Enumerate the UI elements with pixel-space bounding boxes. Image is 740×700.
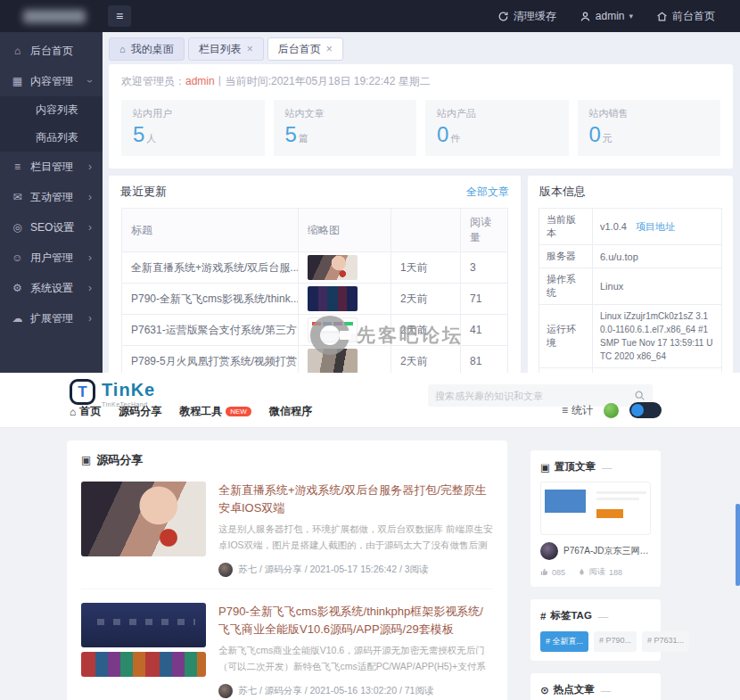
stats-link[interactable]: ≡ 统计: [562, 403, 593, 418]
sidebar-item-seo[interactable]: ◎ SEO设置 ›: [0, 212, 103, 243]
article-thumbnail[interactable]: [308, 286, 358, 311]
user-menu[interactable]: admin ▾: [580, 10, 633, 22]
widget-title: 热点文章: [554, 683, 595, 696]
nav-label: 源码分享: [119, 404, 161, 419]
tab-column-list[interactable]: 栏目列表 ×: [188, 37, 264, 61]
sidebar-submenu: 内容列表 商品列表: [0, 96, 103, 152]
stat-value: 5篇: [285, 122, 406, 147]
chevron-down-icon: ›: [84, 79, 96, 83]
admin-right-column: 版本信息 当前版本 v1.0.4项目地址 服务器 6.u/u.top 操作系统 …: [528, 176, 733, 373]
tag-pill[interactable]: # 全新直...: [540, 631, 588, 652]
article-meta-text: 苏七 / 源码分享 / 2021-05-17 15:26:42 / 3阅读: [238, 564, 429, 576]
frog-icon[interactable]: [604, 403, 619, 418]
nav-label: 首页: [79, 404, 101, 419]
sidebar-subitem-goods-list[interactable]: 商品列表: [0, 124, 103, 152]
article-title-cell[interactable]: P7631-运营版聚合支付系统/第三方...: [122, 315, 299, 346]
list-icon: ≡: [562, 404, 568, 416]
project-link[interactable]: 项目地址: [636, 221, 675, 232]
sidebar-item-system[interactable]: ⚙ 系统设置 ›: [0, 273, 103, 303]
home-icon: [656, 11, 668, 22]
nav-item-home[interactable]: ⌂ 首页: [70, 404, 101, 419]
article-title-cell[interactable]: P790-全新飞飞cms影视系统/think...: [122, 284, 299, 315]
nav-item-tutorial-tools[interactable]: 教程工具 NEW: [179, 404, 251, 419]
site-nav: ⌂ 首页 源码分享 教程工具 NEW 微信程序: [70, 404, 312, 419]
stat-label: 站内产品: [437, 107, 557, 120]
stats-label: 统计: [571, 403, 593, 418]
welcome-prefix: 欢迎管理员：: [121, 75, 185, 87]
tag-pill[interactable]: # P790...: [594, 631, 637, 652]
stat-card-sales: 站内销售 0元: [578, 100, 721, 156]
scrollbar-thumb[interactable]: [736, 504, 740, 586]
article-title[interactable]: P790-全新飞飞cms影视系统/thinkphp框架影视系统/飞飞商业全能版V…: [218, 603, 493, 638]
article-thumbnail[interactable]: [308, 349, 358, 373]
version-value: Linux: [593, 268, 722, 305]
top-article-title[interactable]: P767A-JD京东三网话费直充系...: [563, 545, 651, 557]
sidebar-subitem-content-list[interactable]: 内容列表: [0, 96, 103, 124]
admin-body: ⌂ 后台首页 ▦ 内容管理 › 内容列表 商品列表 ≡: [0, 32, 740, 373]
version-table: 当前版本 v1.0.4项目地址 服务器 6.u/u.top 操作系统 Linux…: [539, 208, 722, 373]
article-thumbnail[interactable]: [308, 317, 358, 342]
home-icon: ⌂: [11, 45, 24, 57]
hash-icon: #: [540, 611, 546, 622]
sidebar-item-label: 扩展管理: [30, 311, 88, 326]
sidebar-item-dashboard[interactable]: ⌂ 后台首页: [0, 36, 103, 66]
chevron-right-icon: ›: [88, 191, 92, 203]
article-title[interactable]: 全新直播系统+游戏系统/双后台服务器打包/完整原生安卓IOS双端: [218, 482, 493, 516]
tab-admin-home[interactable]: 后台首页 ×: [267, 37, 343, 61]
sidebar-item-content[interactable]: ▦ 内容管理 ›: [0, 66, 103, 96]
section-icon: ▣: [81, 454, 91, 466]
all-articles-link[interactable]: 全部文章: [466, 185, 509, 200]
article-thumbnail[interactable]: [81, 603, 206, 647]
clear-cache-button[interactable]: 清理缓存: [497, 9, 556, 24]
admin-header-actions: 清理缓存 admin ▾ 前台首页: [497, 9, 715, 24]
top-article-thumbnail[interactable]: [540, 482, 651, 535]
stat-label: 站内用户: [133, 107, 253, 120]
version-label: 当前版本: [539, 209, 593, 245]
recent-updates-panel: 最近更新 全部文章 标题 缩略图 阅读量: [109, 176, 521, 373]
table-row: P790-全新飞飞cms影视系统/think... 2天前 71: [122, 284, 508, 315]
search-input[interactable]: [435, 391, 634, 401]
column-header-thumb: 缩略图: [299, 209, 391, 252]
nav-item-wechat-app[interactable]: 微信程序: [269, 404, 312, 419]
sidebar-item-label: 栏目管理: [30, 160, 88, 175]
sidebar-item-label: 系统设置: [30, 281, 88, 296]
sidebar-item-extension[interactable]: ☁ 扩展管理 ›: [0, 303, 103, 334]
column-header-title: 标题: [122, 209, 299, 252]
tab-my-desktop[interactable]: ⌂ 我的桌面: [109, 37, 185, 61]
admin-panel: ≡ 清理缓存 admin ▾ 前台首页 ⌂: [0, 0, 740, 373]
article-meta: 苏七 / 源码分享 / 2021-05-17 15:26:42 / 3阅读: [218, 563, 493, 577]
top-article-meta: 085 阅读 188: [540, 566, 651, 578]
sidebar-item-interaction[interactable]: ✉ 互动管理 ›: [0, 182, 103, 212]
sidebar-item-users[interactable]: ☺ 用户管理 ›: [0, 243, 103, 273]
article-thumbnail[interactable]: [81, 652, 206, 677]
like-count: 085: [552, 568, 565, 577]
admin-main: ⌂ 我的桌面 栏目列表 × 后台首页 × 欢迎管理员：admin丨当前时间:20…: [103, 32, 740, 373]
nav-item-source-share[interactable]: 源码分享: [119, 404, 161, 419]
article-list-card: ▣ 源码分享 全新直播系统+游戏系统/双后台服务器打包/完整原生安卓IOS双端 …: [67, 441, 507, 700]
search-icon[interactable]: [634, 390, 645, 401]
admin-logo-area: [0, 10, 103, 23]
message-icon: ✉: [11, 191, 24, 203]
views-icon: [578, 568, 586, 576]
logo-blurred: [23, 10, 86, 23]
close-icon[interactable]: ×: [247, 43, 253, 55]
site-header-controls: ≡ 统计: [562, 402, 662, 418]
tag-pill[interactable]: # P7631...: [642, 631, 689, 652]
article-title-cell[interactable]: 全新直播系统+游戏系统/双后台服...: [122, 252, 299, 284]
close-icon[interactable]: ×: [326, 43, 333, 55]
menu-toggle-button[interactable]: ≡: [108, 5, 131, 27]
version-value: v1.0.4: [600, 221, 627, 232]
version-label: 操作系统: [539, 268, 593, 305]
article-title-cell[interactable]: P789-5月火凤凰打赏系统/视频打赏...: [122, 346, 299, 374]
dark-mode-toggle[interactable]: [629, 402, 662, 418]
overview-panel: 欢迎管理员：admin丨当前时间:2021年05月18日 19:22:42 星期…: [109, 64, 733, 169]
front-home-label: 前台首页: [672, 9, 715, 24]
sidebar-item-columns[interactable]: ≡ 栏目管理 ›: [0, 152, 103, 182]
sidebar-item-label: 互动管理: [30, 190, 88, 205]
recent-table: 标题 缩略图 阅读量 全新直播系统+游戏系统/双后台服...: [121, 208, 508, 373]
front-home-link[interactable]: 前台首页: [656, 9, 715, 24]
user-icon: [580, 11, 591, 22]
article-thumbnail[interactable]: [308, 255, 358, 280]
article-thumbnail[interactable]: [81, 482, 206, 556]
column-header-empty: [391, 209, 461, 252]
